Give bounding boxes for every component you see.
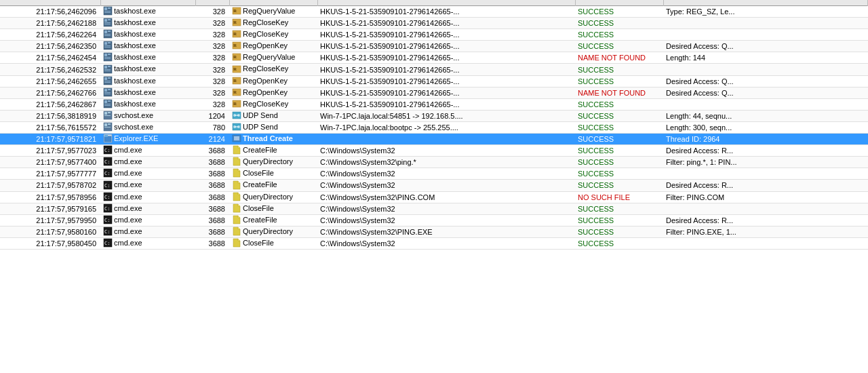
cell-result: SUCCESS bbox=[575, 168, 663, 180]
process-name: cmd.exe bbox=[114, 146, 142, 154]
svg-rect-29 bbox=[104, 54, 107, 56]
cell-operation: CloseFile bbox=[229, 203, 317, 214]
process-icon: C: bbox=[103, 145, 113, 155]
cell-path: HKU\S-1-5-21-535909101-2796142665-... bbox=[317, 29, 575, 41]
cell-pid: 328 bbox=[195, 75, 229, 87]
process-name: taskhost.exe bbox=[114, 53, 156, 61]
cell-result: NAME NOT FOUND bbox=[575, 52, 663, 64]
operation-name: CloseFile bbox=[243, 204, 274, 212]
result-text: SUCCESS bbox=[578, 205, 614, 213]
process-name: taskhost.exe bbox=[114, 30, 156, 38]
process-icon bbox=[103, 76, 113, 85]
operation-icon: R bbox=[232, 87, 241, 97]
table-row[interactable]: 21:17:57,9578956 C:cmd.exe 3688 QueryDir… bbox=[0, 191, 868, 203]
cell-detail: Thread ID: 2964 bbox=[663, 134, 868, 145]
table-row[interactable]: 21:17:56,3818919 svchost.exe 1204 UDP Se… bbox=[0, 110, 868, 121]
cell-process: taskhost.exe bbox=[100, 87, 195, 98]
process-icon: C: bbox=[103, 215, 113, 224]
operation-name: RegOpenKey bbox=[243, 41, 288, 50]
table-row[interactable]: 21:17:56,2462655 taskhost.exe 328 RRegOp… bbox=[0, 75, 868, 87]
col-header-operation[interactable] bbox=[229, 0, 317, 6]
table-header-row bbox=[0, 0, 868, 6]
cell-pid: 3688 bbox=[195, 168, 229, 180]
table-row[interactable]: 21:17:56,2462454 taskhost.exe 328 RRegQu… bbox=[0, 52, 868, 64]
table-row[interactable]: 21:17:57,9579165 C:cmd.exe 3688 CloseFil… bbox=[0, 203, 868, 214]
process-name: cmd.exe bbox=[114, 239, 142, 247]
cell-pid: 780 bbox=[195, 121, 229, 133]
process-icon: C: bbox=[103, 227, 113, 236]
table-row[interactable]: 21:17:57,9580450 C:cmd.exe 3688 CloseFil… bbox=[0, 237, 868, 249]
cell-detail bbox=[663, 98, 868, 110]
process-icon: C: bbox=[103, 157, 113, 166]
table-row[interactable]: 21:17:56,2462188 taskhost.exe 328 RRegCl… bbox=[0, 18, 868, 29]
process-icon bbox=[103, 122, 113, 132]
cell-detail bbox=[663, 29, 868, 41]
cell-pid: 328 bbox=[195, 87, 229, 98]
table-row[interactable]: 21:17:57,9580160 C:cmd.exe 3688 QueryDir… bbox=[0, 226, 868, 237]
cell-path: HKU\S-1-5-21-535909101-2796142665-... bbox=[317, 18, 575, 29]
svg-rect-59 bbox=[104, 104, 111, 104]
table-row[interactable]: 21:17:57,9577400 C:cmd.exe 3688 QueryDir… bbox=[0, 157, 868, 168]
col-header-process[interactable] bbox=[100, 0, 195, 6]
table-row[interactable]: 21:17:56,2462096 taskhost.exe 328 RRegQu… bbox=[0, 6, 868, 18]
table-row[interactable]: 21:17:56,7615572 svchost.exe 780 UDP Sen… bbox=[0, 121, 868, 133]
cell-time: 21:17:56,2462264 bbox=[0, 29, 100, 41]
cell-time: 21:17:56,2462350 bbox=[0, 41, 100, 52]
operation-icon bbox=[232, 215, 241, 224]
cell-operation: UDP Send bbox=[229, 110, 317, 121]
table-row[interactable]: 21:17:56,2462532 taskhost.exe 328 RRegCl… bbox=[0, 64, 868, 75]
cell-process: C:cmd.exe bbox=[100, 191, 195, 203]
table-row[interactable]: 21:17:56,2462350 taskhost.exe 328 RRegOp… bbox=[0, 41, 868, 52]
col-header-result[interactable] bbox=[575, 0, 663, 6]
process-icon bbox=[103, 52, 113, 62]
table-row[interactable]: 21:17:57,9571821 Explorer.EXE 2124 Threa… bbox=[0, 134, 868, 145]
table-row[interactable]: 21:17:57,9579950 C:cmd.exe 3688 CreateFi… bbox=[0, 214, 868, 226]
cell-process: taskhost.exe bbox=[100, 64, 195, 75]
cell-result: SUCCESS bbox=[575, 121, 663, 133]
col-header-pid[interactable] bbox=[195, 0, 229, 6]
table-row[interactable]: 21:17:56,2462766 taskhost.exe 328 RRegOp… bbox=[0, 87, 868, 98]
svg-rect-53 bbox=[104, 94, 111, 94]
operation-icon bbox=[232, 168, 241, 178]
operation-icon bbox=[232, 180, 241, 190]
svg-text:C:: C: bbox=[104, 195, 110, 200]
svg-rect-72 bbox=[104, 123, 107, 126]
cell-detail bbox=[663, 237, 868, 249]
cell-time: 21:17:57,9579950 bbox=[0, 214, 100, 226]
cell-process: taskhost.exe bbox=[100, 75, 195, 87]
cell-time: 21:17:56,2462188 bbox=[0, 18, 100, 29]
col-header-time[interactable] bbox=[0, 0, 100, 6]
operation-icon bbox=[232, 134, 241, 143]
table-row[interactable]: 21:17:57,9577023 C:cmd.exe 3688 CreateFi… bbox=[0, 145, 868, 157]
table-row[interactable]: 21:17:56,2462867 taskhost.exe 328 RRegCl… bbox=[0, 98, 868, 110]
process-icon: C: bbox=[103, 238, 113, 248]
cell-operation: QueryDirectory bbox=[229, 157, 317, 168]
result-text: SUCCESS bbox=[578, 239, 614, 248]
cell-detail: Desired Access: R... bbox=[663, 145, 868, 157]
result-text: SUCCESS bbox=[578, 77, 614, 85]
cell-path: C:\Windows\System32 bbox=[317, 168, 575, 180]
svg-rect-57 bbox=[104, 100, 107, 103]
operation-icon bbox=[232, 227, 241, 236]
col-header-path[interactable] bbox=[317, 0, 575, 6]
operation-name: RegQueryValue bbox=[243, 7, 295, 15]
cell-pid: 3688 bbox=[195, 203, 229, 214]
table-row[interactable]: 21:17:56,2462264 taskhost.exe 328 RRegCl… bbox=[0, 29, 868, 41]
cell-pid: 328 bbox=[195, 18, 229, 29]
cell-pid: 328 bbox=[195, 41, 229, 52]
svg-rect-43 bbox=[104, 77, 107, 80]
col-header-detail[interactable] bbox=[663, 0, 868, 6]
process-name: taskhost.exe bbox=[114, 18, 156, 26]
svg-rect-45 bbox=[104, 81, 111, 81]
table-row[interactable]: 21:17:57,9578702 C:cmd.exe 3688 CreateFi… bbox=[0, 180, 868, 191]
svg-rect-37 bbox=[108, 66, 111, 67]
operation-icon bbox=[232, 145, 241, 155]
cell-path: HKU\S-1-5-21-535909101-2796142665-... bbox=[317, 64, 575, 75]
svg-rect-73 bbox=[108, 123, 111, 125]
svg-rect-30 bbox=[108, 54, 111, 55]
table-row[interactable]: 21:17:57,9577777 C:cmd.exe 3688 CloseFil… bbox=[0, 168, 868, 180]
cell-detail: Filter: PING.EXE, 1... bbox=[663, 226, 868, 237]
svg-rect-11 bbox=[104, 24, 111, 24]
cell-operation: RRegCloseKey bbox=[229, 64, 317, 75]
svg-rect-46 bbox=[104, 82, 111, 83]
